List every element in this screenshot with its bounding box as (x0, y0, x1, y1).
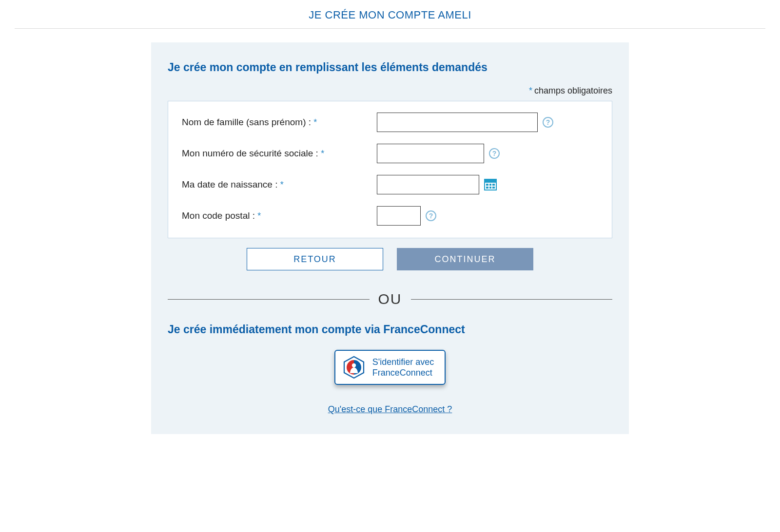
lastname-input[interactable] (377, 113, 538, 132)
back-button[interactable]: RETOUR (247, 248, 383, 270)
field-wrap-zip: ? (377, 206, 436, 226)
or-divider: OU (168, 291, 612, 307)
divider-line (411, 299, 613, 300)
required-text: champs obligatoires (534, 86, 612, 95)
franceconnect-button-line1: S'identifier avec (372, 357, 434, 368)
franceconnect-button-line2: FranceConnect (372, 367, 434, 379)
label-dob-text: Ma date de naissance : (182, 179, 277, 190)
asterisk-icon: * (313, 117, 317, 127)
button-row: RETOUR CONTINUER (168, 248, 612, 270)
label-lastname: Nom de famille (sans prénom) : * (182, 117, 377, 128)
row-ssn: Mon numéro de sécurité sociale : * ? (182, 143, 598, 164)
form-box: Nom de famille (sans prénom) : * ? Mon n… (168, 101, 612, 238)
franceconnect-section: Je crée immédiatement mon compte via Fra… (168, 323, 612, 415)
field-wrap-lastname: ? (377, 113, 553, 132)
row-lastname: Nom de famille (sans prénom) : * ? (182, 112, 598, 133)
franceconnect-logo-icon (342, 356, 366, 379)
asterisk-icon: * (280, 180, 284, 190)
asterisk-icon: * (321, 149, 324, 158)
help-icon[interactable]: ? (543, 117, 553, 128)
row-dob: Ma date de naissance : * (182, 174, 598, 195)
row-zip: Mon code postal : * ? (182, 206, 598, 226)
dob-input[interactable] (377, 175, 479, 194)
zip-input[interactable] (377, 206, 421, 226)
field-wrap-ssn: ? (377, 144, 500, 163)
ssn-input[interactable] (377, 144, 484, 163)
divider-text: OU (378, 291, 402, 307)
divider-line (168, 299, 370, 300)
franceconnect-info-link[interactable]: Qu'est-ce que FranceConnect ? (328, 404, 452, 415)
franceconnect-button-text: S'identifier avec FranceConnect (372, 357, 434, 379)
label-ssn-text: Mon numéro de sécurité sociale : (182, 148, 318, 158)
page-title: JE CRÉE MON COMPTE AMELI (0, 0, 780, 28)
franceconnect-heading: Je crée immédiatement mon compte via Fra… (168, 323, 612, 336)
label-zip-text: Mon code postal : (182, 210, 255, 221)
help-icon[interactable]: ? (489, 148, 500, 159)
calendar-icon[interactable] (484, 179, 497, 190)
form-section: Je crée mon compte en remplissant les él… (168, 61, 612, 270)
label-dob: Ma date de naissance : * (182, 179, 377, 190)
continue-button[interactable]: CONTINUER (397, 248, 533, 270)
label-ssn: Mon numéro de sécurité sociale : * (182, 148, 377, 159)
required-note: *champs obligatoires (168, 86, 612, 96)
franceconnect-button[interactable]: S'identifier avec FranceConnect (334, 350, 446, 385)
asterisk-icon: * (257, 211, 261, 221)
franceconnect-wrap: S'identifier avec FranceConnect Qu'est-c… (168, 350, 612, 415)
form-heading: Je crée mon compte en remplissant les él… (168, 61, 612, 74)
svg-point-1 (352, 363, 356, 367)
field-wrap-dob (377, 175, 497, 194)
label-zip: Mon code postal : * (182, 210, 377, 221)
required-asterisk: * (529, 86, 532, 95)
label-lastname-text: Nom de famille (sans prénom) : (182, 117, 311, 127)
registration-panel: Je crée mon compte en remplissant les él… (151, 42, 629, 434)
title-divider (15, 28, 765, 29)
help-icon[interactable]: ? (426, 210, 436, 221)
